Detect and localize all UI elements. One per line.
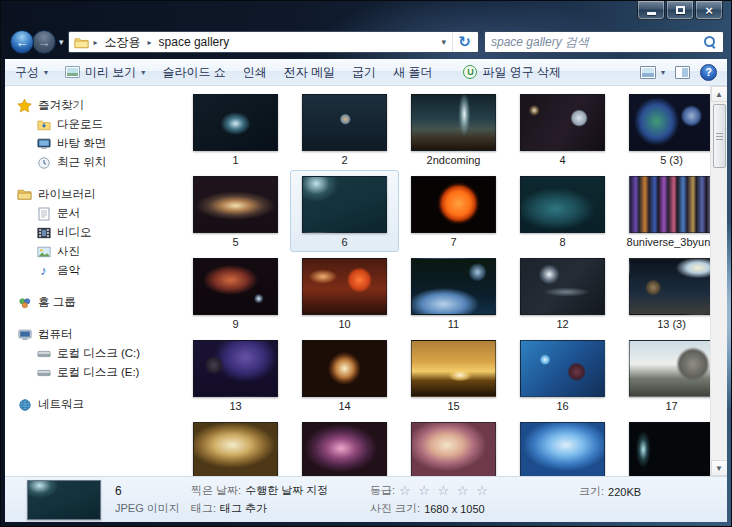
maximize-button[interactable] [666, 1, 694, 20]
file-item[interactable]: 17 [617, 334, 710, 416]
file-item[interactable]: 10 [290, 252, 399, 334]
file-item-selected[interactable]: 6 [290, 170, 399, 252]
search-icon[interactable] [703, 35, 717, 49]
file-thumbnail [411, 340, 496, 397]
file-label: 4 [559, 154, 565, 166]
file-item[interactable]: 8universe_3byuno [617, 170, 710, 252]
burn-button[interactable]: 굽기 [352, 64, 376, 81]
file-item[interactable]: 22 [617, 416, 710, 476]
date-taken-label: 찍은 날짜: [191, 483, 241, 498]
file-item[interactable]: 9 [181, 252, 290, 334]
preview-pane-toggle[interactable] [675, 66, 690, 79]
scroll-down-icon: ▼ [715, 464, 723, 473]
file-thumbnail [302, 422, 387, 476]
sidebar-label: 로컬 디스크 (C:) [57, 346, 140, 361]
search-input[interactable] [491, 35, 703, 49]
file-thumbnail [302, 94, 387, 151]
forward-button[interactable]: → [32, 30, 56, 54]
sidebar-item-music[interactable]: ♪ 음악 [5, 261, 171, 280]
file-item[interactable]: 13 (3) [617, 252, 710, 334]
back-button[interactable]: ← [10, 30, 34, 54]
secure-delete-button[interactable]: U 파일 영구 삭제 [463, 64, 561, 81]
sidebar-item-local-disk-c[interactable]: 로컬 디스크 (C:) [5, 344, 171, 363]
file-item[interactable]: 14 [290, 334, 399, 416]
sidebar-item-homegroup[interactable]: 홈 그룹 [5, 293, 171, 312]
sidebar-item-favorites[interactable]: 즐겨찾기 [5, 96, 171, 115]
file-thumbnail [193, 422, 278, 476]
file-thumbnail [520, 258, 605, 315]
file-item[interactable]: 8 [508, 170, 617, 252]
file-thumbnail [629, 422, 710, 476]
views-button[interactable]: ▾ [640, 66, 665, 79]
sidebar-item-libraries[interactable]: 라이브러리 [5, 185, 171, 204]
file-item[interactable]: 5 (3) [617, 88, 710, 170]
breadcrumb-arrow-icon: ▸ [94, 38, 98, 47]
preview-button[interactable]: 미리 보기 ▾ [65, 64, 145, 81]
file-label: 7 [450, 236, 456, 248]
organize-label: 구성 [15, 64, 39, 81]
sidebar-item-recent-places[interactable]: 최근 위치 [5, 153, 171, 172]
file-thumbnail [629, 258, 710, 315]
file-item[interactable]: 21 [508, 416, 617, 476]
address-dropdown-icon[interactable]: ▾ [435, 37, 452, 47]
sidebar-label: 즐겨찾기 [38, 98, 84, 113]
navigation-pane: 즐겨찾기 다운로드 바탕 화면 [5, 86, 171, 476]
help-button[interactable]: ? [700, 64, 717, 81]
new-folder-button[interactable]: 새 폴더 [393, 64, 432, 81]
file-item[interactable]: 2 [290, 88, 399, 170]
date-taken-value[interactable]: 수행한 날짜 지정 [245, 483, 328, 498]
sidebar-item-network[interactable]: 네트워크 [5, 395, 171, 414]
file-item[interactable]: 1 [181, 88, 290, 170]
details-meta-column-2: 등급:☆ ☆ ☆ ☆ ☆ 사진 크기:1680 x 1050 [370, 483, 565, 516]
sidebar-item-documents[interactable]: 문서 [5, 204, 171, 223]
scroll-down-button[interactable]: ▼ [711, 460, 728, 476]
file-thumbnail [302, 340, 387, 397]
recent-pages-dropdown[interactable]: ▾ [59, 37, 64, 47]
address-bar[interactable]: ▸ 소장용 ▸ space gallery ▾ ↻ [68, 31, 479, 53]
desktop-icon [36, 136, 51, 151]
file-item[interactable]: 20 [399, 416, 508, 476]
file-item[interactable]: 7 [399, 170, 508, 252]
sidebar-item-local-disk-e[interactable]: 로컬 디스크 (E:) [5, 363, 171, 382]
breadcrumb-current[interactable]: space gallery [157, 34, 232, 50]
dimensions-label: 사진 크기: [370, 501, 420, 516]
file-item[interactable]: 19 [290, 416, 399, 476]
slideshow-button[interactable]: 슬라이드 쇼 [162, 64, 225, 81]
file-item[interactable]: 15 [399, 334, 508, 416]
scroll-up-button[interactable]: ▲ [711, 86, 728, 102]
file-item[interactable]: 11 [399, 252, 508, 334]
file-item[interactable]: 4 [508, 88, 617, 170]
vertical-scrollbar[interactable]: ▲ ▼ [710, 86, 727, 476]
sidebar-item-downloads[interactable]: 다운로드 [5, 115, 171, 134]
minimize-button[interactable] [637, 1, 665, 20]
file-item[interactable]: 13 [181, 334, 290, 416]
preview-label: 미리 보기 [85, 64, 136, 81]
sidebar-label: 사진 [57, 244, 80, 259]
file-item[interactable]: 16 [508, 334, 617, 416]
sidebar-item-pictures[interactable]: 사진 [5, 242, 171, 261]
refresh-button[interactable]: ↻ [452, 32, 476, 52]
file-item[interactable]: 5 [181, 170, 290, 252]
file-list-area: 1 2 2ndcoming 4 5 (3) 5 6 7 8 8universe_… [171, 86, 710, 476]
print-button[interactable]: 인쇄 [243, 64, 267, 81]
file-item[interactable]: 12 [508, 252, 617, 334]
rating-stars[interactable]: ☆ ☆ ☆ ☆ ☆ [399, 484, 490, 497]
sidebar-item-desktop[interactable]: 바탕 화면 [5, 134, 171, 153]
tags-value[interactable]: 태그 추가 [220, 501, 267, 516]
slideshow-label: 슬라이드 쇼 [162, 64, 225, 81]
file-thumbnail [520, 94, 605, 151]
file-thumbnail [193, 258, 278, 315]
file-item[interactable]: 2ndcoming [399, 88, 508, 170]
breadcrumb-root[interactable]: 소장용 [103, 33, 143, 52]
details-pane: 6 JPEG 이미지 찍은 날짜:수행한 날짜 지정 태그:태그 추가 등급:☆… [5, 476, 727, 522]
organize-button[interactable]: 구성 ▾ [15, 64, 48, 81]
file-item[interactable]: 18 [181, 416, 290, 476]
email-button[interactable]: 전자 메일 [284, 64, 335, 81]
sidebar-item-computer[interactable]: 컴퓨터 [5, 325, 171, 344]
scrollbar-thumb[interactable] [713, 104, 726, 168]
folder-icon [74, 36, 89, 49]
back-icon: ← [16, 35, 29, 50]
file-label: 8 [559, 236, 565, 248]
close-button[interactable]: × [695, 1, 723, 20]
sidebar-item-videos[interactable]: 비디오 [5, 223, 171, 242]
